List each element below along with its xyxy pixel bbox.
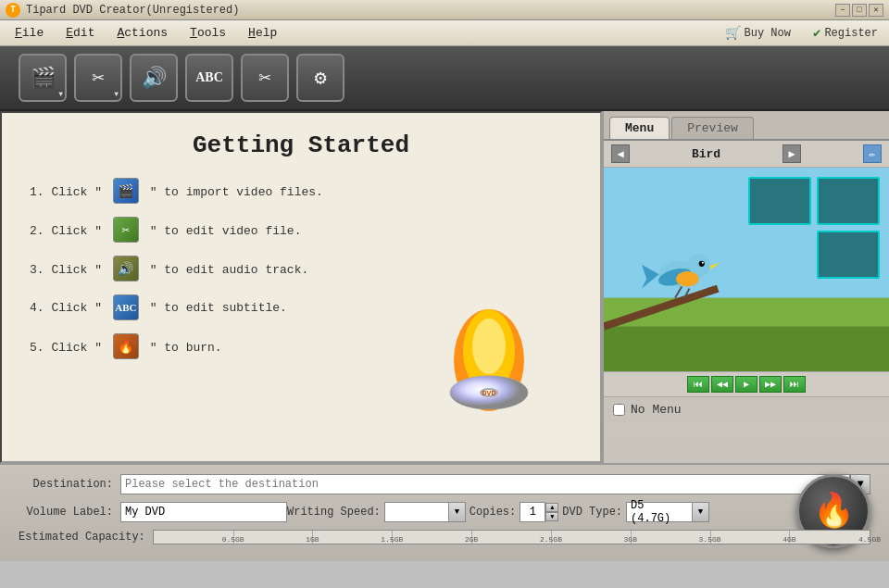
tick-4: 4GB [783, 535, 795, 544]
audio-icon: 🔊 [142, 66, 167, 91]
fast-forward-button[interactable]: ▶▶ [759, 376, 782, 393]
step-3-text: 3. Click " 🔊 " to edit audio track. [30, 256, 308, 281]
destination-input[interactable] [120, 474, 850, 494]
subtitle-button[interactable]: ABC [185, 54, 233, 102]
capacity-scale: 0.5GB 1GB 1.5GB 2GB 2.5GB 3GB 3.5GB 4GB … [154, 531, 870, 544]
edit-dropdown-arrow[interactable]: ▼ [114, 90, 119, 98]
play-last-button[interactable]: ⏭ [783, 376, 806, 393]
audio-button[interactable]: 🔊 [130, 54, 178, 102]
tick-1: 1GB [306, 535, 319, 544]
toolbar: 🎬 ▼ ✂ ▼ 🔊 ABC ✂ ⚙ [0, 46, 889, 111]
app-title: Tipard DVD Creator(Unregistered) [26, 4, 835, 17]
step-1: 1. Click " 🎬 " to import video files. [30, 178, 572, 204]
writing-speed-dropdown-arrow[interactable]: ▼ [449, 502, 466, 522]
writing-speed-value[interactable] [384, 502, 449, 522]
menu-nav: ◀ Bird ▶ ✏ [604, 141, 889, 168]
panel-tabs: Menu Preview [604, 111, 889, 141]
settings-button[interactable]: ⚙ [296, 54, 344, 102]
menu-file[interactable]: File [4, 22, 55, 44]
tick-35: 3.5GB [699, 535, 721, 544]
checkmark-icon: ✔ [813, 25, 820, 41]
dvd-type-select[interactable]: D5 (4.7G) ▼ [626, 502, 709, 522]
menu-thumb-2[interactable] [817, 177, 880, 225]
menu-tools[interactable]: Tools [179, 22, 237, 44]
edit-menu-button[interactable]: ✏ [863, 144, 882, 163]
copies-up-button[interactable]: ▲ [545, 503, 558, 512]
destination-label: Destination: [19, 478, 120, 491]
rewind-button[interactable]: ◀◀ [711, 376, 733, 393]
clip-icon: ✂ [258, 66, 270, 91]
svg-point-2 [472, 319, 506, 374]
window-controls: − □ ✕ [835, 4, 883, 17]
maximize-button[interactable]: □ [852, 4, 867, 17]
step-2-text: 2. Click " ✂ " to edit video file. [30, 217, 301, 243]
buy-now-button[interactable]: 🛒 Buy Now [718, 23, 798, 43]
menu-help[interactable]: Help [237, 22, 288, 44]
dvd-type-value[interactable]: D5 (4.7G) [626, 502, 693, 522]
copies-label: Copies: [466, 506, 520, 519]
destination-row: Destination: ▼ 🔥 [19, 474, 870, 494]
right-panel: Menu Preview ◀ Bird ▶ ✏ [602, 111, 889, 463]
import-step-icon: 🎬 [113, 178, 139, 204]
import-video-button[interactable]: 🎬 ▼ [19, 54, 67, 102]
writing-speed-select[interactable]: ▼ [384, 502, 466, 522]
copies-value[interactable]: 1 [520, 502, 545, 522]
step-2: 2. Click " ✂ " to edit video file. [30, 217, 572, 243]
copies-spinner: ▲ ▼ [545, 503, 558, 521]
menu-actions-label: Actions [117, 26, 168, 40]
no-menu-row: No Menu [604, 396, 889, 422]
step-3: 3. Click " 🔊 " to edit audio track. [30, 256, 572, 281]
prev-menu-button[interactable]: ◀ [611, 144, 630, 163]
menu-thumb-3[interactable] [817, 231, 880, 279]
no-menu-label[interactable]: No Menu [631, 403, 682, 417]
dvd-type-dropdown-arrow[interactable]: ▼ [693, 502, 709, 522]
capacity-row: Estimated Capacity: 0.5GB 1GB 1.5GB 2GB … [19, 530, 870, 544]
menu-right-actions: 🛒 Buy Now ✔ Register [718, 23, 885, 43]
audio-step-icon: 🔊 [113, 256, 139, 281]
menu-edit[interactable]: Edit [55, 22, 106, 44]
clip-button[interactable]: ✂ [241, 54, 289, 102]
svg-point-16 [702, 262, 704, 264]
import-dropdown-arrow[interactable]: ▼ [58, 90, 63, 98]
volume-input[interactable] [120, 502, 287, 522]
film-add-icon: 🎬 [31, 66, 56, 91]
tick-2: 2GB [465, 535, 478, 544]
dvd-type-label: DVD Type: [558, 506, 626, 519]
burn-step-icon: 🔥 [113, 333, 139, 359]
tick-25: 2.5GB [540, 535, 562, 544]
edit-video-button[interactable]: ✂ ▼ [74, 54, 122, 102]
tab-menu[interactable]: Menu [609, 117, 670, 139]
capacity-label: Estimated Capacity: [19, 531, 153, 544]
title-bar: T Tipard DVD Creator(Unregistered) − □ ✕ [0, 0, 889, 20]
svg-text:DVD: DVD [482, 389, 496, 397]
menu-tools-label: Tools [190, 26, 226, 40]
svg-point-19 [676, 271, 699, 286]
edit-step-icon: ✂ [113, 217, 139, 243]
menu-actions[interactable]: Actions [106, 22, 179, 44]
preview-background [604, 168, 889, 371]
volume-label: Volume Label: [19, 506, 120, 519]
gear-icon: ⚙ [314, 66, 326, 91]
bottom-panel: Destination: ▼ 🔥 Volume Label: Writing S… [0, 463, 889, 561]
svg-point-15 [699, 261, 705, 267]
menu-help-label: Help [248, 26, 277, 40]
playback-controls: ⏮ ◀◀ ▶ ▶▶ ⏭ [604, 371, 889, 396]
menu-thumb-1[interactable] [748, 177, 811, 225]
tick-05: 0.5GB [222, 535, 244, 544]
cart-icon: 🛒 [725, 25, 741, 41]
bird-preview-area [604, 168, 889, 371]
minimize-button[interactable]: − [835, 4, 850, 17]
step-4-text: 4. Click " ABC " to edit subtitle. [30, 294, 287, 320]
next-menu-button[interactable]: ▶ [783, 144, 801, 163]
close-button[interactable]: ✕ [869, 4, 883, 17]
play-first-button[interactable]: ⏮ [687, 376, 709, 393]
capacity-bar: 0.5GB 1GB 1.5GB 2GB 2.5GB 3GB 3.5GB 4GB … [153, 530, 870, 544]
copies-control: 1 ▲ ▼ [520, 502, 558, 522]
no-menu-checkbox[interactable] [613, 404, 625, 416]
play-button[interactable]: ▶ [735, 376, 758, 393]
getting-started-panel: Getting Started 1. Click " 🎬 " to import… [0, 111, 602, 463]
copies-down-button[interactable]: ▼ [545, 512, 558, 521]
writing-speed-label: Writing Speed: [287, 506, 384, 519]
register-button[interactable]: ✔ Register [806, 23, 885, 43]
tab-preview[interactable]: Preview [671, 117, 754, 139]
